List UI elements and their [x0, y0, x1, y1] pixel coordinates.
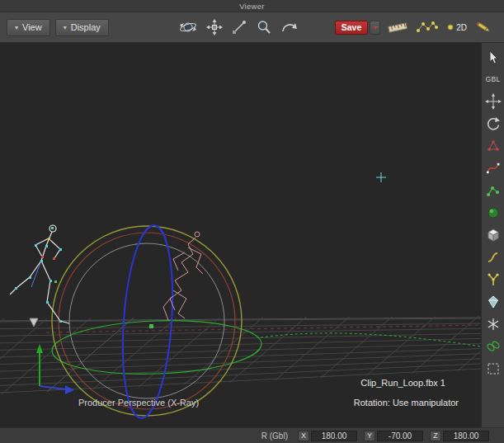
marquee-tool-button[interactable]	[483, 359, 503, 378]
axis-z-label: Z	[430, 431, 441, 441]
character-skeleton[interactable]	[10, 225, 69, 323]
bones-tool-button[interactable]	[483, 270, 503, 289]
keyframe-zigzag-icon	[417, 20, 438, 35]
status-bar: R (Gbl) X 180.00 Y -70.00 Z 180.00	[0, 427, 504, 443]
key-dot-icon	[446, 23, 455, 31]
zoom-tool-button[interactable]	[254, 17, 274, 37]
joint-markers	[15, 227, 62, 323]
cube-icon	[485, 227, 502, 243]
display-menu-label: Display	[71, 22, 101, 32]
arc-arrow-icon	[280, 19, 299, 35]
select-tool-button[interactable]	[483, 47, 503, 66]
2d-display-button[interactable]: 2D	[445, 17, 469, 37]
pan-tool-button[interactable]	[205, 17, 224, 37]
axis-y-value[interactable]: -70.00	[377, 431, 423, 441]
gem-tool-button[interactable]	[483, 292, 503, 311]
viewer-window: Viewer ▾ View ▾ Display	[0, 0, 504, 443]
gem-icon	[485, 294, 502, 310]
pivot-point	[149, 324, 153, 328]
sphere-icon	[485, 205, 502, 221]
window-title: Viewer	[239, 2, 265, 11]
display-menu-button[interactable]: ▾ Display	[55, 19, 109, 36]
pan-icon	[206, 19, 223, 35]
chain-link-icon	[485, 338, 502, 355]
axis-field-y: Y -70.00	[364, 431, 423, 441]
marquee-icon	[485, 361, 502, 377]
axis-x-value[interactable]: 180.00	[311, 431, 357, 441]
2d-display-label: 2D	[456, 23, 467, 32]
sphere-tool-button[interactable]	[483, 203, 503, 222]
translate-icon	[485, 93, 502, 110]
axis-field-x: X 180.00	[298, 431, 357, 441]
chevron-down-icon: ▼	[372, 25, 378, 31]
rotation-mode-label: Rotation: Use manipulator	[354, 398, 459, 408]
arc-rotate-tool-button[interactable]	[279, 17, 300, 37]
orbit-tool-button[interactable]	[177, 17, 200, 37]
chevron-down-icon: ▾	[64, 24, 67, 31]
axis-x-label: X	[298, 431, 309, 441]
snap-tool-button[interactable]	[483, 314, 503, 333]
axis-field-z: Z 180.00	[430, 431, 489, 441]
camera-label: Producer Perspective (X-Ray)	[78, 398, 199, 408]
ground-marker	[30, 318, 38, 327]
crosshair-cursor	[376, 172, 386, 182]
bones-icon	[485, 271, 502, 288]
save-button[interactable]: Save	[335, 21, 369, 35]
link-tool-button[interactable]	[483, 337, 503, 356]
title-bar: Viewer	[0, 0, 504, 12]
cursor-arrow-icon	[486, 49, 501, 64]
translate-tool-button[interactable]	[483, 92, 503, 111]
orbit-icon	[178, 19, 198, 35]
pencil-icon	[475, 20, 492, 35]
main-area: Producer Perspective (X-Ray) Clip_Run_Lo…	[0, 43, 504, 427]
ruler-icon	[387, 20, 408, 35]
rotate-tool-button[interactable]	[483, 114, 503, 133]
right-tool-column: GBL	[481, 43, 504, 427]
ik-chain-icon	[485, 182, 502, 199]
transform-mode-label: R (Gbl)	[261, 431, 288, 441]
keyframes-button[interactable]	[415, 17, 440, 37]
magnifier-icon	[256, 19, 272, 35]
ghost-skeleton	[163, 232, 203, 320]
spline-icon	[485, 249, 502, 266]
draw-button[interactable]	[473, 17, 493, 37]
viewport[interactable]: Producer Perspective (X-Ray) Clip_Run_Lo…	[0, 43, 481, 427]
measure-tool-button[interactable]	[229, 17, 249, 37]
scale-tool-button[interactable]	[483, 136, 503, 155]
rotate-icon	[485, 115, 502, 132]
gbl-label: GBL	[485, 75, 500, 83]
snowflake-icon	[485, 316, 502, 332]
axis-y-label: Y	[364, 431, 375, 441]
ruler-button[interactable]	[385, 17, 410, 37]
curve-icon	[485, 160, 502, 177]
global-local-toggle[interactable]: GBL	[483, 69, 503, 88]
view-menu-label: View	[22, 22, 42, 32]
toolbar: ▾ View ▾ Display	[0, 12, 504, 43]
line-tool-icon	[231, 19, 247, 35]
clip-label: Clip_Run_Loop.fbx 1	[360, 378, 445, 388]
axis-z-value[interactable]: 180.00	[443, 431, 489, 441]
scale-icon	[485, 138, 502, 154]
cube-tool-button[interactable]	[483, 225, 503, 244]
save-dropdown-button[interactable]: ▼	[370, 21, 380, 35]
view-menu-button[interactable]: ▾ View	[7, 19, 50, 36]
fcurve-tool-button[interactable]	[483, 158, 503, 177]
viewport-canvas[interactable]: Producer Perspective (X-Ray) Clip_Run_Lo…	[0, 43, 481, 427]
chevron-down-icon: ▾	[15, 24, 18, 31]
floor-grid	[0, 313, 481, 427]
spline-tool-button[interactable]	[483, 247, 503, 266]
ik-tool-button[interactable]	[483, 181, 503, 200]
